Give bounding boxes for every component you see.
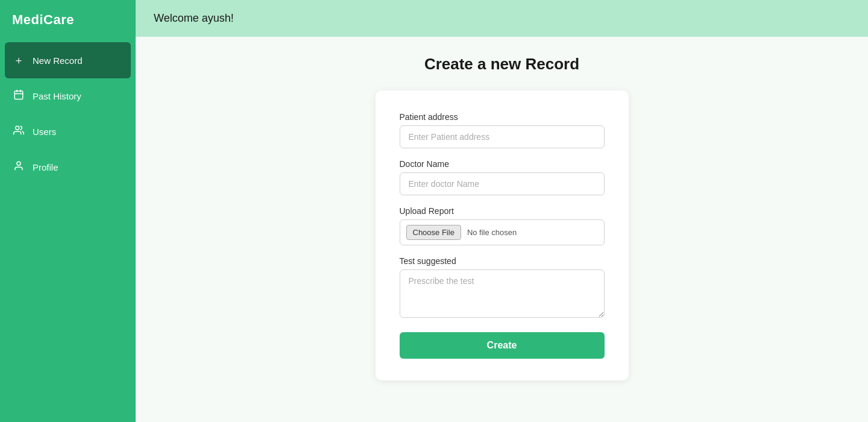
sidebar-item-past-history[interactable]: Past History bbox=[0, 78, 136, 114]
svg-point-5 bbox=[17, 162, 20, 165]
sidebar-item-label: Users bbox=[33, 127, 56, 137]
profile-icon bbox=[12, 160, 25, 174]
sidebar: MediCare ＋ New Record Past History Users bbox=[0, 0, 136, 422]
doctor-name-group: Doctor Name bbox=[400, 159, 605, 195]
patient-address-group: Patient address bbox=[400, 112, 605, 148]
sidebar-item-label: Past History bbox=[33, 91, 81, 101]
sidebar-item-users[interactable]: Users bbox=[0, 114, 136, 150]
patient-address-label: Patient address bbox=[400, 112, 605, 122]
upload-report-label: Upload Report bbox=[400, 206, 605, 216]
doctor-name-label: Doctor Name bbox=[400, 159, 605, 169]
sidebar-item-new-record[interactable]: ＋ New Record bbox=[5, 42, 131, 78]
sidebar-item-profile[interactable]: Profile bbox=[0, 150, 136, 185]
new-record-icon: ＋ bbox=[12, 53, 25, 68]
app-logo: MediCare bbox=[0, 0, 136, 42]
content-area: Create a new Record Patient address Doct… bbox=[136, 37, 868, 422]
file-input-wrapper: Choose File No file chosen bbox=[400, 219, 605, 245]
upload-report-group: Upload Report Choose File No file chosen bbox=[400, 206, 605, 245]
no-file-text: No file chosen bbox=[467, 228, 517, 237]
page-title: Create a new Record bbox=[424, 55, 579, 74]
create-button[interactable]: Create bbox=[400, 332, 605, 359]
test-suggested-group: Test suggested bbox=[400, 256, 605, 318]
patient-address-input[interactable] bbox=[400, 125, 605, 148]
main-content: Welcome ayush! Create a new Record Patie… bbox=[136, 0, 868, 422]
test-suggested-label: Test suggested bbox=[400, 256, 605, 266]
welcome-text: Welcome ayush! bbox=[154, 12, 234, 25]
doctor-name-input[interactable] bbox=[400, 172, 605, 195]
past-history-icon bbox=[12, 89, 25, 103]
test-suggested-textarea[interactable] bbox=[400, 269, 605, 318]
choose-file-button[interactable]: Choose File bbox=[406, 225, 461, 240]
svg-point-4 bbox=[16, 126, 19, 130]
form-card: Patient address Doctor Name Upload Repor… bbox=[376, 90, 629, 380]
header: Welcome ayush! bbox=[136, 0, 868, 37]
users-icon bbox=[12, 125, 25, 139]
sidebar-item-label: New Record bbox=[33, 55, 83, 66]
svg-rect-0 bbox=[14, 91, 23, 99]
sidebar-item-label: Profile bbox=[33, 162, 58, 172]
